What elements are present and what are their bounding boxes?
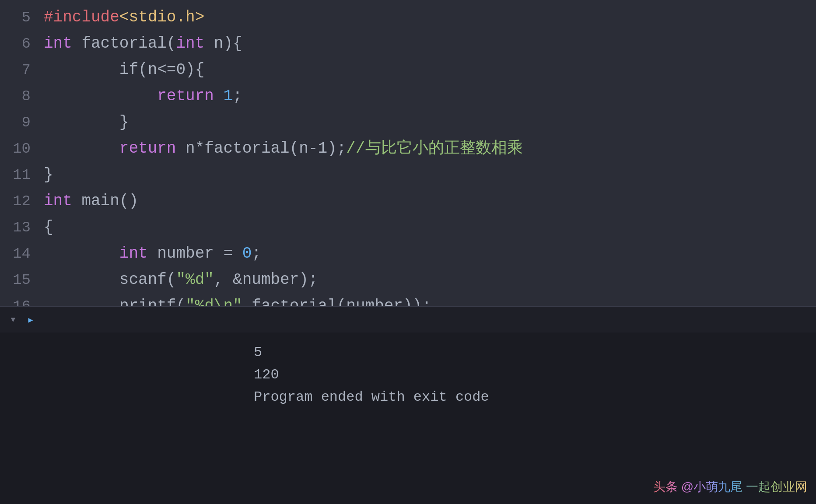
line-number: 16 [9,293,44,306]
line-number: 8 [9,83,44,109]
code-line: 9 } [0,109,816,136]
code-line: 5#include<stdio.h> [0,4,816,31]
code-line: 14 int number = 0; [0,241,816,267]
toolbar: ▼ ▶ [0,306,816,332]
line-content: scanf("%d", &number); [44,267,318,293]
terminal-line: 5 [254,341,489,364]
line-number: 10 [9,136,44,162]
code-line: 6int factorial(int n){ [0,31,816,57]
watermark: 头条 @小萌九尾 一起创业网 [653,479,807,495]
line-content: { [44,214,53,241]
code-line: 15 scanf("%d", &number); [0,267,816,293]
line-number: 14 [9,241,44,267]
line-content: return 1; [44,83,242,109]
line-number: 7 [9,57,44,83]
code-line: 16 printf("%d\n",factorial(number)); [0,293,816,306]
line-number: 15 [9,267,44,293]
line-content: int number = 0; [44,241,261,267]
line-content: if(n<=0){ [44,57,204,83]
terminal-output: 5120Program ended with exit code [254,341,489,495]
line-number: 11 [9,162,44,188]
code-line: 12int main() [0,188,816,214]
collapse-icon[interactable]: ▼ [7,313,20,326]
terminal-line: Program ended with exit code [254,386,489,408]
line-number: 6 [9,31,44,57]
line-content: } [44,162,53,188]
watermark-text: 头条 @小萌九尾 一起创业网 [653,479,807,495]
line-content: int main() [44,188,138,214]
code-line: 11} [0,162,816,188]
code-line: 7 if(n<=0){ [0,57,816,83]
line-content: printf("%d\n",factorial(number)); [44,293,431,306]
code-line: 10 return n*factorial(n-1);//与比它小的正整数相乘 [0,136,816,162]
line-number: 9 [9,109,44,136]
line-number: 13 [9,214,44,241]
code-line: 13{ [0,214,816,241]
line-content: } [44,109,129,136]
line-content: return n*factorial(n-1);//与比它小的正整数相乘 [44,136,523,162]
line-number: 5 [9,4,44,31]
line-content: #include<stdio.h> [44,4,204,31]
run-icon[interactable]: ▶ [24,313,37,326]
line-number: 12 [9,188,44,214]
line-content: int factorial(int n){ [44,31,242,57]
code-line: 8 return 1; [0,83,816,109]
code-editor: 5#include<stdio.h>6int factorial(int n){… [0,0,816,306]
terminal-line: 120 [254,364,489,386]
